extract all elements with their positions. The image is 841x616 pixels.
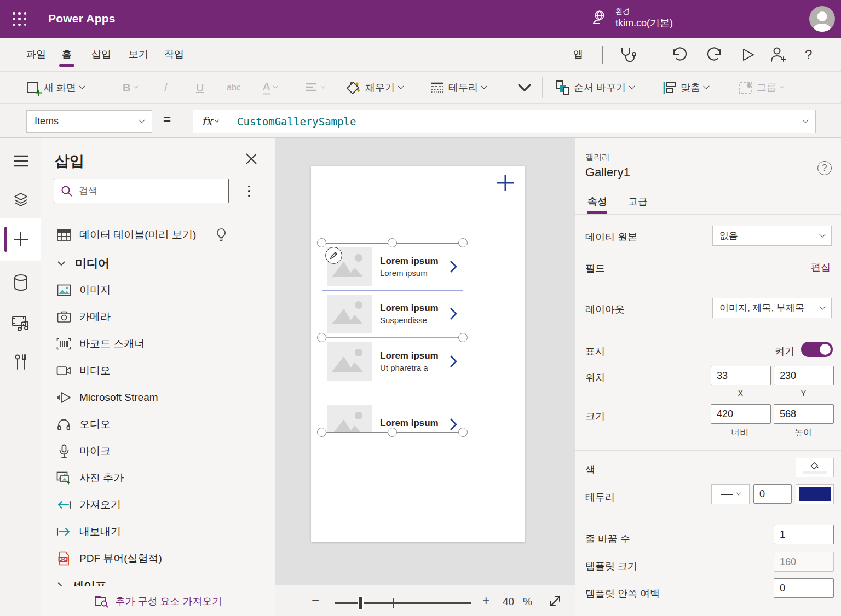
new-screen-button[interactable]: 새 화면: [26, 72, 84, 103]
insert-item-image[interactable]: 이미지: [41, 277, 275, 303]
resize-handle-w[interactable]: [317, 333, 326, 342]
import-components-button[interactable]: 추가 구성 요소 가져오기: [41, 586, 275, 616]
menu-insert[interactable]: 삽입: [91, 48, 111, 61]
formula-text[interactable]: CustomGallerySample: [237, 116, 356, 128]
rail-media-icon[interactable]: [0, 306, 41, 341]
insert-item-audio[interactable]: 오디오: [41, 411, 275, 437]
rail-tree-view-icon[interactable]: [0, 183, 41, 218]
preview-play-icon[interactable]: [740, 47, 756, 62]
wrap-count-input[interactable]: [774, 525, 834, 544]
resize-handle-se[interactable]: [458, 428, 468, 437]
text-align-button[interactable]: [304, 72, 325, 103]
font-color-button[interactable]: A: [263, 72, 277, 103]
group-button[interactable]: 그룹: [738, 72, 784, 103]
insert-item-video[interactable]: 비디오: [41, 357, 275, 384]
insert-item-camera[interactable]: 카메라: [41, 303, 275, 330]
help-circle-icon[interactable]: ?: [817, 161, 832, 175]
waffle-icon[interactable]: [11, 10, 28, 28]
help-icon[interactable]: ?: [805, 47, 812, 62]
edit-pencil-icon[interactable]: [325, 247, 342, 264]
color-picker-button[interactable]: [796, 458, 834, 477]
position-y-input[interactable]: [774, 366, 834, 385]
border-weight-input[interactable]: [753, 484, 792, 504]
redo-icon[interactable]: [705, 47, 723, 63]
border-color-swatch[interactable]: [796, 484, 834, 504]
fx-selector[interactable]: fx: [193, 110, 227, 133]
chevron-right-icon[interactable]: [450, 355, 458, 368]
insert-item-import[interactable]: 가져오기: [41, 491, 275, 518]
underline-button[interactable]: U: [196, 72, 204, 103]
fit-to-window-icon[interactable]: [548, 594, 562, 608]
search-input[interactable]: [79, 186, 210, 197]
add-item-icon[interactable]: [495, 172, 516, 193]
app-checker-icon[interactable]: [617, 45, 636, 65]
height-input[interactable]: [774, 404, 834, 424]
canvas-area[interactable]: Lorem ipsum Lorem ipsum Lorem i: [275, 138, 575, 585]
formula-input[interactable]: fx CustomGallerySample: [193, 110, 816, 133]
resize-handle-e[interactable]: [458, 333, 468, 342]
close-icon[interactable]: [245, 152, 259, 166]
undo-icon[interactable]: [671, 47, 689, 63]
menu-action[interactable]: 작업: [164, 48, 184, 61]
phone-screen-artboard[interactable]: Lorem ipsum Lorem ipsum Lorem i: [311, 166, 525, 542]
resize-handle-nw[interactable]: [317, 238, 326, 247]
resize-handle-ne[interactable]: [458, 238, 468, 247]
resize-handle-sw[interactable]: [317, 428, 326, 437]
edit-fields-link[interactable]: 편집: [811, 261, 831, 274]
rail-insert-tab[interactable]: [0, 218, 41, 261]
insert-item-pdf-viewer[interactable]: PDF PDF 뷰어(실험적): [41, 545, 275, 572]
chevron-right-icon[interactable]: [450, 418, 458, 431]
gallery-control[interactable]: Lorem ipsum Lorem ipsum Lorem i: [322, 243, 463, 433]
menu-view[interactable]: 보기: [129, 48, 148, 61]
environment-picker[interactable]: 환경 tkim.co(기본): [589, 7, 673, 30]
more-formatting-chevron[interactable]: [517, 72, 532, 103]
zoom-slider-track[interactable]: [335, 602, 471, 604]
insert-search[interactable]: [54, 179, 229, 203]
border-style-dropdown[interactable]: [711, 484, 750, 504]
layout-dropdown[interactable]: 이미지, 제목, 부제목: [712, 298, 832, 318]
insert-item-barcode-scanner[interactable]: 바코드 스캐너: [41, 330, 275, 357]
menu-file[interactable]: 파일: [26, 48, 46, 61]
data-source-dropdown[interactable]: 없음: [712, 226, 832, 246]
more-options-icon[interactable]: [243, 182, 256, 200]
zoom-slider-thumb[interactable]: [358, 596, 364, 610]
resize-handle-n[interactable]: [388, 238, 397, 247]
insert-item-microphone[interactable]: 마이크: [41, 437, 275, 464]
insert-item-microsoft-stream[interactable]: Microsoft Stream: [41, 384, 275, 411]
template-padding-input[interactable]: [774, 578, 834, 598]
rail-advanced-tools-icon[interactable]: [0, 345, 41, 380]
insert-item-export[interactable]: 내보내기: [41, 518, 275, 545]
property-selector[interactable]: Items: [26, 110, 152, 133]
tab-properties[interactable]: 속성: [587, 195, 607, 208]
width-input[interactable]: [711, 404, 771, 424]
position-x-input[interactable]: [711, 366, 771, 385]
insert-item-data-table[interactable]: 데이터 테이블(미리 보기): [41, 221, 275, 248]
insert-item-add-picture[interactable]: 사진 추가: [41, 464, 275, 491]
avatar[interactable]: [809, 6, 835, 32]
italic-button[interactable]: /: [164, 72, 168, 103]
visible-toggle[interactable]: [801, 342, 833, 357]
chevron-right-icon[interactable]: [450, 260, 458, 273]
align-button[interactable]: 맞춤: [663, 72, 708, 103]
formula-expand-chevron[interactable]: [802, 117, 808, 123]
insert-section-shapes-partial[interactable]: 셰이프: [41, 574, 275, 586]
chevron-right-icon[interactable]: [450, 307, 458, 320]
zoom-in-icon[interactable]: +: [482, 594, 489, 608]
share-person-icon[interactable]: [770, 46, 788, 64]
reorder-button[interactable]: 순서 바꾸기: [555, 72, 634, 103]
strikethrough-button[interactable]: abc: [227, 72, 241, 103]
bold-button[interactable]: B: [123, 72, 137, 103]
fill-button[interactable]: 채우기: [346, 72, 403, 103]
menu-home[interactable]: 홈: [62, 48, 72, 61]
gallery-row[interactable]: Lorem ipsum Lorem ipsum: [322, 243, 463, 291]
gallery-row[interactable]: Lorem ipsum Ut pharetra a: [322, 338, 463, 385]
media-section-header[interactable]: 미디어: [41, 252, 275, 275]
rail-hamburger-icon[interactable]: [0, 143, 41, 179]
border-button[interactable]: 테두리: [430, 72, 486, 103]
gallery-row[interactable]: Lorem ipsum Suspendisse: [322, 291, 463, 338]
zoom-out-icon[interactable]: −: [312, 592, 319, 608]
lightbulb-icon[interactable]: [215, 228, 227, 242]
resize-handle-s[interactable]: [388, 428, 397, 437]
rail-data-icon[interactable]: [0, 265, 41, 300]
tab-advanced[interactable]: 고급: [628, 195, 648, 208]
